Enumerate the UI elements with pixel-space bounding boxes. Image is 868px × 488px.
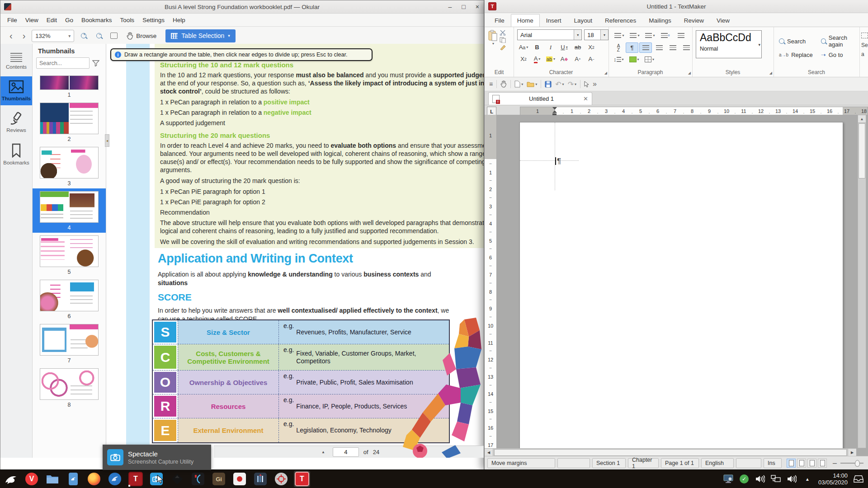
maximize-icon[interactable]: □ <box>462 3 465 10</box>
document-tab[interactable]: Untitled 1 ✕ <box>488 92 592 105</box>
scrollbar-thumb[interactable] <box>494 449 847 456</box>
menu-tools[interactable]: Tools <box>116 15 139 25</box>
vertical-scrollbar[interactable]: ▲ <box>858 115 866 448</box>
new-document-button[interactable]: ▾ <box>514 80 523 88</box>
volume2-icon[interactable] <box>787 474 797 484</box>
thumbnail-item-2[interactable]: 2 <box>33 100 106 144</box>
fit-width-icon[interactable] <box>108 30 120 42</box>
zoom-in-icon[interactable]: + <box>77 30 90 42</box>
gimp-icon[interactable]: Gi <box>211 471 227 487</box>
document-page[interactable]: ¶ <box>519 122 843 456</box>
bullet-list-button[interactable]: ▾ <box>613 30 626 41</box>
dialog-launcher-icon[interactable]: ◢ <box>688 71 691 75</box>
line-spacing-button[interactable]: ↕▾ <box>612 54 625 65</box>
thumbnail-item-5[interactable]: 5 <box>33 233 106 277</box>
thumbnail-image-6[interactable] <box>40 280 99 311</box>
justify-button[interactable] <box>680 42 693 53</box>
borders-button[interactable]: ▾ <box>643 54 656 65</box>
thumbnail-item-6[interactable]: 6 <box>33 277 106 321</box>
notifications-tray-icon[interactable] <box>854 474 863 484</box>
status-ins[interactable]: Ins <box>764 458 782 468</box>
tab-mailings[interactable]: Mailings <box>642 14 678 27</box>
styles-gallery[interactable]: AaBbCcDd Normal ▾ <box>696 30 762 58</box>
back-arrow-icon[interactable]: ‹ <box>6 31 16 41</box>
thumbnail-image-5[interactable] <box>40 235 99 267</box>
status-page-1-of-1[interactable]: Page 1 of 1 <box>661 458 699 468</box>
close-tab-icon[interactable]: ✕ <box>583 95 588 102</box>
browse-tool-button[interactable]: Browse <box>123 32 160 40</box>
tray-expander-icon[interactable]: ▲ <box>802 474 812 484</box>
align-left-button[interactable] <box>639 42 652 53</box>
italic-button[interactable]: I <box>544 42 557 52</box>
search-again-button[interactable]: Search again <box>821 34 859 48</box>
thumbnail-item-1[interactable]: 1 <box>33 73 106 100</box>
zoom-level-combo[interactable]: 132% ▾ <box>32 30 74 42</box>
numbered-list-button[interactable]: ▾ <box>628 30 641 41</box>
paste-button[interactable]: ▾ <box>488 30 498 50</box>
menu-settings[interactable]: Settings <box>138 15 169 25</box>
menu-bookmarks[interactable]: Bookmarks <box>77 15 116 25</box>
tab-home[interactable]: Home <box>511 14 540 27</box>
hamburger-menu-icon[interactable]: ≡ <box>489 80 493 88</box>
view-mode-3[interactable] <box>807 459 816 468</box>
filter-icon[interactable] <box>92 60 99 66</box>
scrollbar-thumb[interactable] <box>859 123 865 178</box>
sort-button[interactable]: AZ <box>612 42 625 53</box>
okular-titlebar[interactable]: Busi A level Strong Foundation workbookl… <box>0 0 484 14</box>
textmaker-titlebar[interactable]: T Untitled 1 - TextMaker <box>485 0 868 13</box>
status-empty-1[interactable] <box>557 458 590 468</box>
pointer-cursor-icon[interactable] <box>584 81 589 88</box>
increase-indent-button[interactable]: ≡ <box>659 30 672 41</box>
thumbnail-item-8[interactable]: 8 <box>33 366 106 410</box>
thumbnail-image-2[interactable] <box>40 103 99 134</box>
thumbnail-image-1[interactable] <box>40 75 99 90</box>
scroll-left-icon[interactable]: ◀ <box>485 449 493 456</box>
align-right-button[interactable] <box>666 42 679 53</box>
underline-button[interactable]: U▾ <box>558 42 571 52</box>
status-move-margins[interactable]: Move margins <box>487 458 555 468</box>
status-empty-6[interactable] <box>736 458 761 468</box>
menu-file[interactable]: File <box>3 15 21 25</box>
page-up-icon[interactable]: ▲ <box>318 448 328 455</box>
pdf-viewport[interactable]: all 8 marks.Structuring the 10 and 12 ma… <box>106 44 484 458</box>
forward-arrow-icon[interactable]: › <box>19 31 29 41</box>
search-button[interactable]: Search <box>779 38 813 45</box>
scroll-right-icon[interactable]: ▶ <box>848 449 856 456</box>
dialog-launcher-icon[interactable]: ◢ <box>604 71 607 75</box>
tab-insert[interactable]: Insert <box>540 14 568 27</box>
thumbnail-image-7[interactable] <box>40 324 99 356</box>
scroll-up-icon[interactable]: ▲ <box>858 115 866 123</box>
shrink-font-button[interactable]: A– <box>585 54 598 64</box>
vertical-ruler[interactable]: 11–2–3–4–5–6–7–8–9–10–11–12–13–14–15–16–… <box>485 115 497 448</box>
menu-help[interactable]: Help <box>169 15 189 25</box>
status-chapter-1[interactable]: Chapter 1 <box>628 458 659 468</box>
thumbnail-image-3[interactable] <box>40 147 99 178</box>
copy-icon[interactable] <box>500 37 506 43</box>
font-size-combo[interactable]: 18 ▾ <box>584 29 609 40</box>
align-center-button[interactable] <box>653 42 665 53</box>
cut-scissors-icon[interactable] <box>500 30 506 36</box>
current-page-input[interactable]: 4 <box>333 447 359 457</box>
format-painter-icon[interactable] <box>500 44 506 50</box>
zoom-out-icon[interactable]: – <box>92 30 105 42</box>
thumbnail-item-4[interactable]: 4 <box>33 188 106 233</box>
horizontal-scrollbar[interactable]: ◀ ▶ <box>485 448 856 456</box>
redo-button[interactable]: ↷▾ <box>568 80 576 89</box>
sidebar-item-contents[interactable]: Contents <box>0 49 32 74</box>
zoom-slider-knob[interactable] <box>855 460 860 467</box>
media-player-icon[interactable] <box>231 471 248 487</box>
select-icon[interactable] <box>861 33 868 38</box>
font-name-combo[interactable]: Arial ▾ <box>517 29 582 40</box>
textmaker-active-icon[interactable]: T <box>294 471 310 487</box>
strikethrough-button[interactable]: ab <box>571 42 584 52</box>
minimize-icon[interactable]: – <box>448 3 452 10</box>
horizontal-ruler[interactable]: 11·2·3·4·5·6·7·8·9·10·11·12·13·14·15·16·… <box>520 107 868 116</box>
view-mode-4[interactable] <box>818 459 827 468</box>
thumbnail-image-8[interactable] <box>40 368 99 400</box>
replace-button[interactable]: a→bReplace <box>779 52 813 58</box>
outline-list-button[interactable]: ▾ <box>644 30 656 41</box>
toolbar-overflow-icon[interactable]: » <box>593 80 597 88</box>
open-document-button[interactable]: ▾ <box>527 81 537 87</box>
inkscape-icon[interactable] <box>169 471 185 487</box>
subscript-button[interactable]: X2 <box>585 42 598 52</box>
